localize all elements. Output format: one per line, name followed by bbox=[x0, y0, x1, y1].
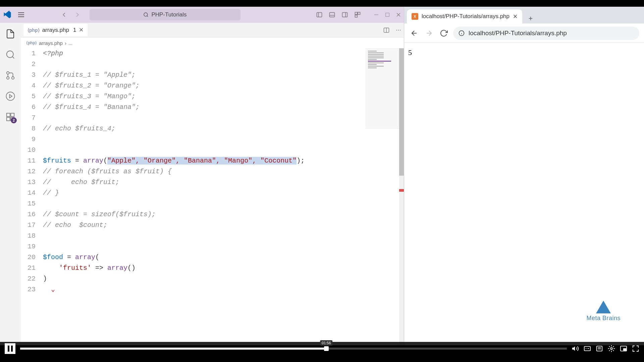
breadcrumb-rest: ... bbox=[68, 40, 73, 46]
code-line[interactable]: // $fruits_4 = "Banana"; bbox=[43, 102, 404, 113]
breadcrumb[interactable]: ⟨php⟩ arrays.php › ... bbox=[21, 38, 404, 48]
transcript-icon[interactable] bbox=[596, 345, 603, 352]
layout-icon[interactable] bbox=[354, 11, 361, 18]
php-file-icon: ⟨php⟩ bbox=[26, 41, 37, 45]
code-line[interactable]: // $count = sizeof($fruits); bbox=[43, 209, 404, 220]
minimap[interactable] bbox=[366, 48, 399, 129]
svg-rect-27 bbox=[7, 117, 10, 121]
browser-toolbar: localhost/PHP-Tutorials/arrays.php bbox=[404, 23, 644, 43]
code-editor[interactable]: 1234567891011121314151617181920212223 <?… bbox=[21, 48, 404, 345]
settings-icon[interactable] bbox=[608, 345, 615, 352]
url-bar[interactable]: localhost/PHP-Tutorials/arrays.php bbox=[453, 26, 639, 40]
svg-point-21 bbox=[12, 77, 14, 79]
code-line[interactable]: ⌄ bbox=[43, 284, 404, 295]
browser-tab[interactable]: X localhost/PHP-Tutorials/arrays.php ✕ bbox=[407, 9, 522, 23]
xampp-favicon-icon: X bbox=[412, 13, 418, 20]
svg-point-20 bbox=[7, 72, 9, 74]
pause-icon bbox=[8, 346, 13, 352]
svg-rect-7 bbox=[330, 12, 335, 17]
code-line[interactable]: // echo $fruits_4; bbox=[43, 123, 404, 134]
browser-viewport: 5 bbox=[404, 43, 644, 345]
svg-point-43 bbox=[610, 348, 612, 350]
time-tooltip: 01:56 bbox=[320, 340, 333, 346]
code-line[interactable]: $fruits = array("Apple", "Orange", "Bana… bbox=[43, 156, 404, 166]
breadcrumb-sep: › bbox=[65, 40, 66, 46]
debug-icon[interactable] bbox=[5, 91, 15, 101]
more-icon[interactable]: ⋯ bbox=[396, 27, 401, 34]
panel-right-icon[interactable] bbox=[341, 11, 348, 18]
captions-icon[interactable] bbox=[584, 345, 591, 352]
menu-icon[interactable] bbox=[15, 9, 27, 20]
search-placeholder: PHP-Tutorials bbox=[151, 11, 186, 18]
browser-reload-icon[interactable] bbox=[438, 28, 449, 39]
source-control-icon[interactable] bbox=[5, 70, 15, 80]
code-line[interactable] bbox=[43, 145, 404, 156]
extensions-icon[interactable]: 2 bbox=[5, 112, 15, 122]
browser-forward-icon[interactable] bbox=[424, 28, 434, 39]
svg-point-3 bbox=[144, 13, 148, 16]
code-line[interactable]: <?php bbox=[43, 48, 404, 59]
tab-close-icon[interactable]: ✕ bbox=[513, 13, 518, 20]
watermark-text: Meta Brains bbox=[586, 315, 621, 322]
code-line[interactable]: $food = array( bbox=[43, 252, 404, 263]
file-tab[interactable]: ⟨php⟩ arrays.php 1 ✕ bbox=[23, 24, 88, 36]
split-editor-icon[interactable] bbox=[383, 27, 390, 34]
editor-scrollbar[interactable] bbox=[399, 48, 404, 345]
code-line[interactable]: // echo $count; bbox=[43, 220, 404, 231]
browser-back-icon[interactable] bbox=[409, 28, 420, 39]
pause-button[interactable] bbox=[5, 343, 15, 354]
code-line[interactable]: ) bbox=[43, 274, 404, 284]
panel-bottom-icon[interactable] bbox=[329, 11, 335, 18]
code-line[interactable]: // $fruits_1 = "Apple"; bbox=[43, 70, 404, 80]
svg-rect-15 bbox=[386, 13, 389, 17]
browser-tab-title: localhost/PHP-Tutorials/arrays.php bbox=[422, 13, 509, 20]
code-line[interactable] bbox=[43, 134, 404, 145]
forward-arrow-icon[interactable] bbox=[74, 11, 81, 18]
fullscreen-icon[interactable] bbox=[632, 345, 639, 352]
editor-tabs: ⟨php⟩ arrays.php 1 ✕ ⋯ bbox=[21, 23, 404, 38]
close-icon[interactable] bbox=[396, 12, 401, 17]
search-activity-icon[interactable] bbox=[5, 50, 15, 60]
svg-rect-25 bbox=[7, 113, 10, 117]
tab-filename: arrays.php bbox=[42, 27, 69, 34]
command-search[interactable]: PHP-Tutorials bbox=[90, 9, 240, 20]
code-line[interactable] bbox=[43, 231, 404, 241]
svg-rect-26 bbox=[11, 113, 14, 117]
info-icon bbox=[459, 30, 465, 36]
code-line[interactable]: // } bbox=[43, 188, 404, 198]
svg-rect-12 bbox=[358, 12, 360, 15]
svg-marker-23 bbox=[10, 95, 12, 98]
new-tab-icon[interactable] bbox=[526, 13, 536, 23]
maximize-icon[interactable] bbox=[385, 12, 390, 17]
code-line[interactable]: // echo $fruit; bbox=[43, 177, 404, 188]
code-line[interactable] bbox=[43, 198, 404, 209]
volume-icon[interactable] bbox=[572, 345, 579, 352]
code-line[interactable]: 'fruits' => array() bbox=[43, 263, 404, 274]
tab-close-icon[interactable]: ✕ bbox=[79, 26, 84, 34]
svg-rect-5 bbox=[317, 12, 322, 17]
code-line[interactable] bbox=[43, 241, 404, 252]
svg-rect-39 bbox=[584, 347, 590, 351]
code-line[interactable]: // foreach ($fruits as $fruit) { bbox=[43, 166, 404, 177]
code-line[interactable] bbox=[43, 113, 404, 123]
video-progress[interactable]: 01:56 bbox=[20, 348, 567, 350]
panel-left-icon[interactable] bbox=[316, 11, 323, 18]
svg-point-24 bbox=[6, 92, 15, 101]
minimize-icon[interactable] bbox=[374, 12, 379, 17]
extensions-badge: 2 bbox=[11, 117, 17, 123]
pip-icon[interactable] bbox=[620, 345, 627, 352]
back-arrow-icon[interactable] bbox=[60, 11, 68, 18]
code-line[interactable]: // $fruits_3 = "Mango"; bbox=[43, 91, 404, 102]
code-line[interactable] bbox=[43, 59, 404, 70]
code-line[interactable]: // $fruits_2 = "Orange"; bbox=[43, 80, 404, 91]
explorer-icon[interactable] bbox=[5, 29, 15, 39]
line-gutter: 1234567891011121314151617181920212223 bbox=[21, 48, 43, 345]
vscode-logo-icon bbox=[3, 10, 12, 19]
watermark-logo: Meta Brains bbox=[586, 301, 621, 322]
svg-point-18 bbox=[7, 51, 13, 58]
svg-rect-13 bbox=[355, 15, 358, 17]
svg-rect-9 bbox=[342, 12, 347, 17]
svg-rect-45 bbox=[624, 349, 626, 351]
svg-point-22 bbox=[7, 77, 9, 79]
breadcrumb-file: arrays.php bbox=[39, 40, 63, 46]
